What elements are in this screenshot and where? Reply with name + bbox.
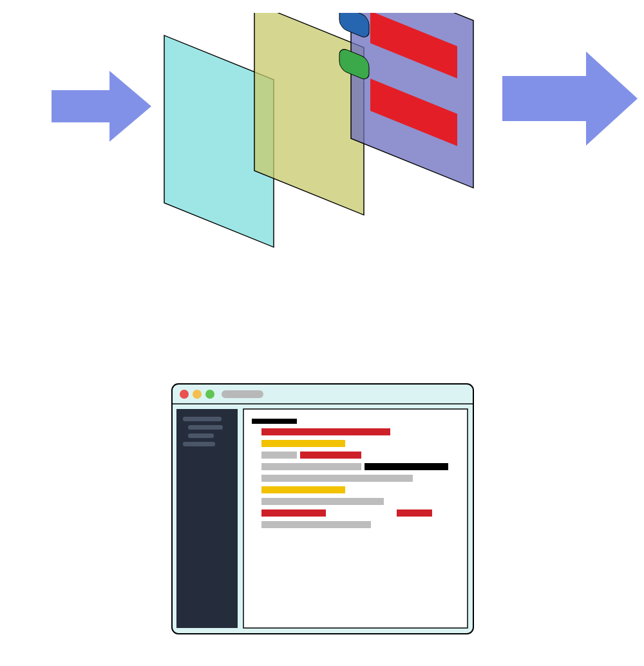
layer-blue <box>351 13 473 188</box>
svg-rect-0 <box>52 90 109 122</box>
code-line <box>261 498 384 505</box>
code-line <box>365 463 448 470</box>
code-line <box>261 509 326 517</box>
code-line <box>252 419 297 424</box>
sidebar-item <box>183 442 215 446</box>
svg-marker-3 <box>586 52 638 146</box>
arrow-right <box>502 52 638 146</box>
maximize-icon <box>205 390 214 399</box>
sidebar-item <box>188 433 214 438</box>
sidebar-item <box>183 417 222 421</box>
sidebar-item <box>188 425 223 430</box>
stacking-context-diagram <box>0 13 644 271</box>
code-line <box>300 452 361 459</box>
code-line <box>261 428 390 435</box>
arrow-left <box>52 71 151 142</box>
code-line <box>261 486 345 493</box>
code-line <box>261 521 371 528</box>
code-line <box>261 463 361 470</box>
svg-rect-2 <box>502 76 586 121</box>
minimize-icon <box>193 390 202 399</box>
code-line <box>261 475 413 482</box>
svg-marker-1 <box>109 71 151 142</box>
code-line <box>397 509 432 517</box>
devtools-window-diagram <box>171 383 474 634</box>
close-icon <box>180 390 189 399</box>
code-line <box>261 452 297 459</box>
address-bar <box>222 390 263 398</box>
code-line <box>261 440 345 447</box>
